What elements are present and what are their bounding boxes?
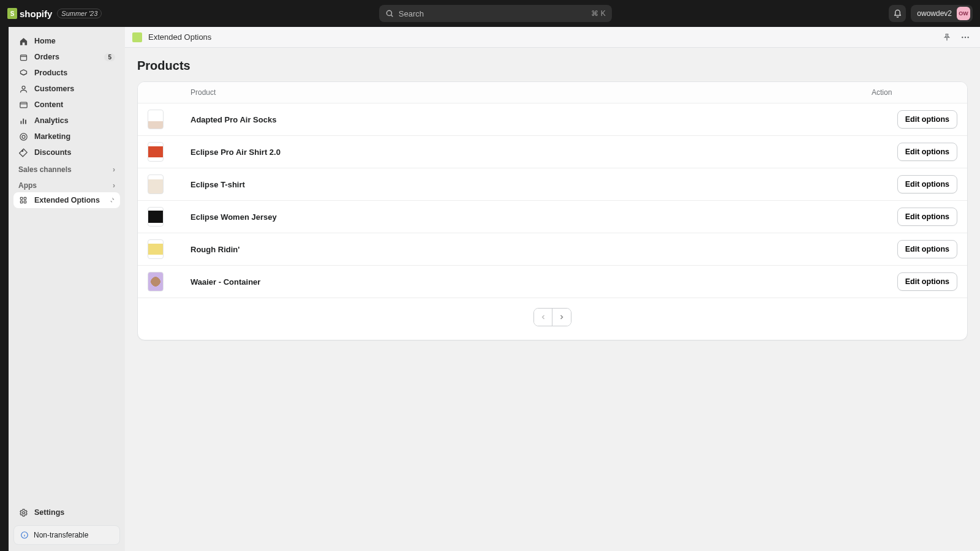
edit-options-button[interactable]: Edit options	[897, 110, 957, 129]
sidebar-item-products[interactable]: Products	[13, 65, 120, 81]
product-name: Adapted Pro Air Socks	[190, 115, 872, 124]
dots-icon	[960, 32, 970, 42]
product-name: Waaier - Container	[190, 277, 872, 287]
marketing-icon	[18, 132, 28, 141]
edit-options-button[interactable]: Edit options	[897, 272, 957, 291]
avatar: OW	[957, 7, 970, 20]
sidebar-item-label: Extended Options	[34, 196, 100, 204]
product-thumbnail	[148, 174, 164, 194]
edit-options-button[interactable]: Edit options	[897, 143, 957, 161]
sidebar: Home Orders 5 Products Customers Content…	[9, 27, 125, 551]
sidebar-section-sales-channels[interactable]: Sales channels ›	[13, 160, 120, 176]
svg-rect-6	[23, 118, 24, 124]
sidebar-item-home[interactable]: Home	[13, 33, 120, 49]
product-thumbnail	[148, 207, 164, 227]
sidebar-item-label: Products	[34, 69, 67, 77]
content-icon	[18, 100, 28, 110]
sidebar-item-marketing[interactable]: Marketing	[13, 129, 120, 144]
orders-icon	[18, 52, 28, 62]
chevron-right-icon	[558, 313, 565, 321]
main-content: Products Product Action Adapted Pro Air …	[125, 48, 980, 551]
search-placeholder: Search	[399, 9, 424, 18]
column-header-product: Product	[190, 88, 872, 97]
brand-name: shopify	[20, 9, 52, 19]
edition-badge: Summer '23	[57, 9, 102, 18]
customers-icon	[18, 84, 28, 94]
svg-point-8	[20, 133, 26, 140]
svg-rect-12	[24, 197, 26, 200]
sidebar-item-orders[interactable]: Orders 5	[13, 49, 120, 65]
sidebar-item-settings[interactable]: Settings	[13, 504, 120, 520]
svg-point-0	[386, 10, 391, 15]
sidebar-item-label: Content	[34, 100, 63, 109]
svg-point-22	[967, 36, 968, 37]
svg-rect-2	[20, 54, 26, 60]
table-row: Eclipse Women Jersey Edit options	[138, 201, 967, 233]
svg-rect-11	[20, 197, 23, 200]
chevron-right-icon: ›	[113, 181, 115, 190]
svg-point-21	[965, 36, 966, 37]
svg-rect-13	[20, 201, 23, 203]
product-thumbnail	[148, 239, 164, 259]
sidebar-item-analytics[interactable]: Analytics	[13, 113, 120, 129]
sidebar-item-customers[interactable]: Customers	[13, 81, 120, 97]
chevron-right-icon: ›	[113, 165, 115, 174]
sidebar-item-content[interactable]: Content	[13, 97, 120, 113]
sidebar-item-label: Marketing	[34, 132, 70, 141]
prev-page-button[interactable]	[534, 309, 552, 326]
gear-icon	[18, 508, 28, 517]
sidebar-item-label: Home	[34, 37, 56, 45]
sidebar-section-apps[interactable]: Apps ›	[13, 176, 120, 192]
svg-point-20	[962, 36, 963, 37]
svg-point-15	[22, 511, 24, 514]
sidebar-item-discounts[interactable]: Discounts	[13, 144, 120, 160]
edit-options-button[interactable]: Edit options	[897, 208, 957, 226]
edit-options-button[interactable]: Edit options	[897, 175, 957, 193]
next-page-button[interactable]	[552, 309, 571, 326]
app-logo-icon	[132, 32, 142, 42]
svg-rect-14	[24, 201, 26, 203]
pin-app-button[interactable]	[940, 30, 954, 45]
info-icon	[20, 531, 29, 539]
search-icon	[385, 9, 394, 18]
shopify-bag-icon: S	[7, 8, 17, 19]
search-input[interactable]: Search ⌘ K	[379, 5, 612, 22]
product-name: Rough Ridin'	[190, 245, 872, 254]
product-thumbnail	[148, 272, 164, 291]
sidebar-item-label: Discounts	[34, 148, 71, 157]
edit-options-button[interactable]: Edit options	[897, 240, 957, 258]
pin-icon	[943, 33, 951, 42]
products-table: Product Action Adapted Pro Air Socks Edi…	[137, 81, 968, 340]
svg-point-3	[22, 86, 25, 89]
more-actions-button[interactable]	[958, 30, 973, 45]
non-transferable-label: Non-transferable	[34, 531, 88, 539]
section-label-text: Sales channels	[18, 165, 72, 174]
search-shortcut: ⌘ K	[591, 9, 605, 18]
svg-rect-7	[25, 119, 26, 124]
product-thumbnail	[148, 110, 164, 129]
table-row: Rough Ridin' Edit options	[138, 233, 967, 266]
notifications-button[interactable]	[889, 5, 906, 22]
left-rail	[0, 27, 9, 551]
chevron-left-icon	[540, 313, 547, 321]
svg-rect-4	[20, 102, 26, 108]
section-label-text: Apps	[18, 181, 37, 190]
svg-point-9	[22, 135, 25, 138]
pagination	[138, 298, 967, 340]
table-row: Adapted Pro Air Socks Edit options	[138, 103, 967, 136]
home-icon	[18, 36, 28, 46]
brand-logo[interactable]: S shopify	[7, 8, 52, 19]
app-icon	[18, 195, 28, 205]
product-name: Eclipse Pro Air Shirt 2.0	[190, 148, 872, 157]
analytics-icon	[18, 116, 28, 126]
sidebar-item-extended-options[interactable]: Extended Options	[13, 192, 120, 208]
app-title: Extended Options	[148, 32, 211, 42]
table-row: Eclipse T-shirt Edit options	[138, 168, 967, 201]
non-transferable-notice[interactable]: Non-transferable	[13, 525, 120, 545]
bell-icon	[893, 9, 902, 18]
app-header: Extended Options	[125, 27, 980, 48]
user-menu[interactable]: owowdev2 OW	[911, 5, 973, 22]
product-thumbnail	[148, 142, 164, 162]
table-row: Eclipse Pro Air Shirt 2.0 Edit options	[138, 136, 967, 168]
table-header: Product Action	[138, 82, 967, 103]
